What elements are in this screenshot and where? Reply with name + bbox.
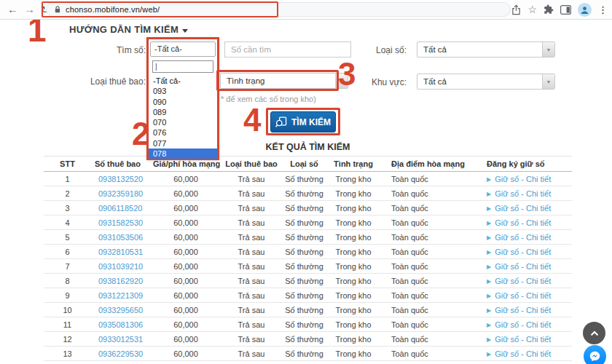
prefix-select[interactable]: -Tất cả- bbox=[150, 41, 216, 57]
keep-number-detail-link[interactable]: Giữ số - Chi tiết bbox=[495, 306, 551, 314]
status-select[interactable]: Tình trạng ▼ bbox=[220, 73, 348, 89]
keep-number-detail-link[interactable]: Giữ số - Chi tiết bbox=[495, 349, 551, 358]
phone-cell: 0932810531 bbox=[91, 245, 153, 259]
search-number-input[interactable] bbox=[224, 41, 351, 58]
keep-number-detail-link[interactable]: Giữ số - Chi tiết bbox=[495, 335, 551, 344]
keep-number-detail-link[interactable]: Giữ số - Chi tiết bbox=[495, 248, 551, 256]
region-cell: Toàn quốc bbox=[382, 245, 474, 259]
number-type-select[interactable]: Tất cả ▼ bbox=[417, 41, 555, 58]
keep-number-detail-link[interactable]: Giữ số - Chi tiết bbox=[495, 262, 551, 271]
stt-cell: 3 bbox=[44, 201, 91, 215]
dropdown-option[interactable]: 089 bbox=[149, 107, 217, 117]
results-title: KẾT QUẢ TÌM KIẾM bbox=[44, 142, 572, 152]
table-row: 10093329565060,000Trả sauSố thườngTrong … bbox=[44, 303, 572, 317]
phone-link[interactable]: 0931039210 bbox=[98, 262, 143, 271]
dropdown-option[interactable]: 070 bbox=[149, 117, 217, 127]
status-cell: Trong kho bbox=[324, 317, 382, 332]
phone-link[interactable]: 0935081306 bbox=[98, 320, 143, 329]
table-header-row: STTSố thuê baoGiá/phí hòa mạngLoại thuê … bbox=[44, 157, 572, 172]
column-header: STT bbox=[44, 157, 91, 172]
status-cell: Trong kho bbox=[324, 186, 382, 201]
search-button-label: TÌM KIẾM bbox=[291, 117, 331, 127]
triangle-icon: ▶ bbox=[487, 249, 491, 256]
extensions-puzzle-icon[interactable] bbox=[544, 4, 554, 15]
phone-link[interactable]: 0931221309 bbox=[98, 291, 143, 300]
stt-cell: 7 bbox=[44, 259, 91, 274]
dropdown-option[interactable]: 090 bbox=[149, 97, 217, 107]
price-cell: 60,000 bbox=[153, 172, 219, 186]
phone-link[interactable]: 0938162920 bbox=[98, 277, 143, 285]
share-icon[interactable] bbox=[511, 4, 521, 15]
keep-number-detail-link[interactable]: Giữ số - Chi tiết bbox=[495, 189, 551, 198]
phone-link[interactable]: 0933012531 bbox=[98, 335, 143, 344]
messenger-chat-button[interactable] bbox=[584, 345, 606, 364]
subscriber-type-cell: Trả sau bbox=[219, 215, 284, 230]
side-panel-icon[interactable] bbox=[560, 5, 571, 15]
action-cell: ▶Giữ số - Chi tiết bbox=[474, 347, 572, 361]
phone-link[interactable]: 0932359180 bbox=[98, 189, 143, 198]
phone-link[interactable]: 0938132520 bbox=[98, 175, 143, 183]
keep-number-detail-link[interactable]: Giữ số - Chi tiết bbox=[495, 175, 551, 183]
table-row: 6093281053160,000Trả sauSố thườngTrong k… bbox=[44, 245, 572, 259]
search-button[interactable]: TÌM KIẾM bbox=[270, 111, 336, 132]
stt-cell: 6 bbox=[44, 245, 91, 259]
url-text[interactable]: chonso.mobifone.vn/web/ bbox=[66, 5, 160, 14]
stt-cell: 5 bbox=[44, 230, 91, 245]
phone-link[interactable]: 0931582530 bbox=[98, 218, 143, 227]
status-cell: Trong kho bbox=[324, 288, 382, 303]
dropdown-option[interactable]: 093 bbox=[149, 86, 217, 96]
price-cell: 60,000 bbox=[153, 245, 219, 259]
status-cell: Trong kho bbox=[324, 347, 382, 361]
dropdown-filter-input[interactable]: | bbox=[152, 60, 213, 73]
profile-avatar[interactable] bbox=[578, 3, 592, 17]
bookmark-star-icon[interactable]: ☆ bbox=[527, 4, 537, 15]
phone-link[interactable]: 0936229530 bbox=[98, 349, 143, 358]
price-cell: 60,000 bbox=[153, 259, 219, 274]
subscriber-type-cell: Trả sau bbox=[219, 201, 284, 215]
annotation-step-4: 4 bbox=[243, 104, 261, 136]
region-cell: Toàn quốc bbox=[382, 230, 474, 245]
keep-number-detail-link[interactable]: Giữ số - Chi tiết bbox=[495, 277, 551, 285]
phone-link[interactable]: 0933295650 bbox=[98, 306, 143, 314]
page-title[interactable]: HƯỚNG DẪN TÌM KIẾM bbox=[69, 24, 188, 35]
phone-link[interactable]: 0906118520 bbox=[98, 204, 142, 213]
table-row: 5093105350660,000Trả sauSố thườngTrong k… bbox=[44, 230, 572, 245]
scroll-to-top-button[interactable] bbox=[583, 322, 605, 344]
address-bar[interactable]: chonso.mobifone.vn/web/ bbox=[46, 2, 511, 17]
keep-number-detail-link[interactable]: Giữ số - Chi tiết bbox=[495, 233, 551, 242]
phone-link[interactable]: 0931053506 bbox=[98, 233, 143, 242]
dropdown-option[interactable]: 076 bbox=[149, 127, 217, 138]
region-select[interactable]: Tất cả ▼ bbox=[417, 74, 555, 90]
phone-link[interactable]: 0932810531 bbox=[98, 248, 143, 256]
number-type-cell: Số thường bbox=[284, 230, 324, 245]
dropdown-option[interactable]: -Tất cả- bbox=[149, 76, 217, 86]
keep-number-detail-link[interactable]: Giữ số - Chi tiết bbox=[495, 204, 551, 213]
number-type-cell: Số thường bbox=[284, 215, 324, 230]
action-cell: ▶Giữ số - Chi tiết bbox=[474, 201, 572, 215]
keep-number-detail-link[interactable]: Giữ số - Chi tiết bbox=[495, 291, 551, 300]
dropdown-option[interactable]: 078 bbox=[149, 149, 217, 159]
browser-menu-icon[interactable]: ⋮ bbox=[598, 4, 608, 15]
browser-window: ← → ↻ chonso.mobifone.vn/web/ ☆ ⋮ bbox=[0, 0, 612, 364]
keep-number-detail-link[interactable]: Giữ số - Chi tiết bbox=[495, 320, 551, 329]
triangle-icon: ▶ bbox=[487, 336, 491, 343]
region-value: Tất cả bbox=[417, 77, 542, 86]
triangle-icon: ▶ bbox=[487, 176, 491, 183]
subscriber-type-cell: Trả sau bbox=[219, 332, 284, 347]
annotation-step-3: 3 bbox=[338, 58, 356, 90]
dropdown-option[interactable]: 077 bbox=[149, 138, 217, 149]
select-arrow-icon: ▼ bbox=[542, 42, 554, 57]
triangle-icon: ▶ bbox=[487, 264, 491, 270]
region-cell: Toàn quốc bbox=[382, 274, 474, 288]
keep-number-detail-link[interactable]: Giữ số - Chi tiết bbox=[495, 218, 551, 227]
action-cell: ▶Giữ số - Chi tiết bbox=[474, 303, 572, 317]
back-icon[interactable]: ← bbox=[7, 2, 18, 17]
number-type-value: Tất cả bbox=[417, 45, 542, 54]
forward-icon[interactable]: → bbox=[24, 2, 35, 17]
status-cell: Trong kho bbox=[324, 201, 382, 215]
phone-cell: 0931582530 bbox=[91, 215, 153, 230]
region-cell: Toàn quốc bbox=[382, 215, 474, 230]
subscriber-type-label: Loại thuê bao: bbox=[66, 76, 146, 87]
annotation-step-2: 2 bbox=[132, 118, 149, 150]
subscriber-type-cell: Trả sau bbox=[219, 186, 284, 201]
